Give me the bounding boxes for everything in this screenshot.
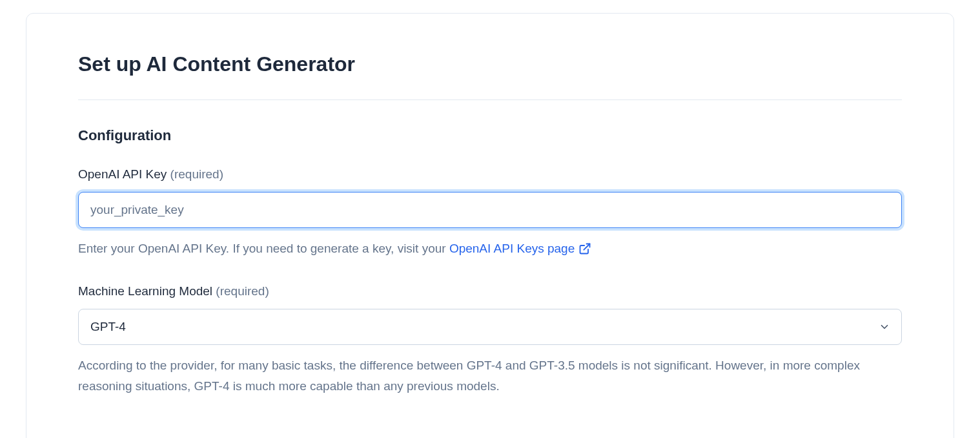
setup-card: Set up AI Content Generator Configuratio… — [26, 13, 954, 438]
page-title: Set up AI Content Generator — [78, 52, 902, 76]
api-key-input[interactable] — [78, 192, 902, 228]
api-key-label: OpenAI API Key (required) — [78, 167, 902, 182]
model-helper: According to the provider, for many basi… — [78, 355, 902, 396]
external-link-icon — [578, 242, 591, 255]
model-required-text: (required) — [216, 284, 269, 298]
api-key-label-text: OpenAI API Key — [78, 167, 167, 181]
model-select-wrapper: GPT-4 — [78, 309, 902, 345]
section-title: Configuration — [78, 127, 902, 144]
model-select[interactable]: GPT-4 — [78, 309, 902, 345]
api-key-helper: Enter your OpenAI API Key. If you need t… — [78, 238, 902, 258]
model-label: Machine Learning Model (required) — [78, 284, 902, 298]
divider — [78, 99, 902, 100]
model-label-text: Machine Learning Model — [78, 284, 212, 298]
openai-keys-link[interactable]: OpenAI API Keys page — [449, 238, 591, 258]
field-api-key: OpenAI API Key (required) Enter your Ope… — [78, 167, 902, 258]
api-key-helper-prefix: Enter your OpenAI API Key. If you need t… — [78, 242, 449, 255]
svg-line-0 — [584, 244, 590, 249]
api-key-required-text: (required) — [170, 167, 223, 181]
field-model: Machine Learning Model (required) GPT-4 … — [78, 284, 902, 396]
openai-keys-link-text: OpenAI API Keys page — [449, 238, 575, 258]
